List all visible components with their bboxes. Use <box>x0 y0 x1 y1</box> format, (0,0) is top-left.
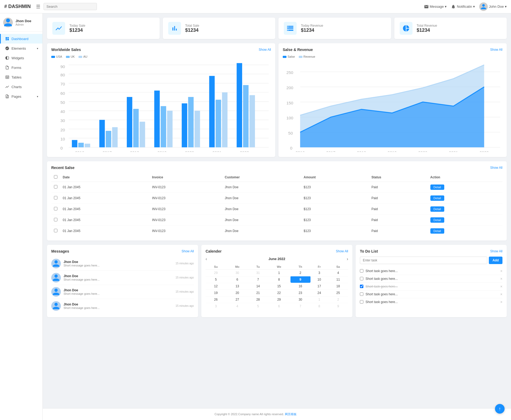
todo-show-all[interactable]: Show All <box>490 249 502 253</box>
menu-toggle[interactable]: ☰ <box>36 4 40 10</box>
notification-button[interactable]: Notificatin ▾ <box>451 4 475 9</box>
sidebar-item-charts[interactable]: Charts <box>0 82 42 92</box>
row-status: Paid <box>369 193 427 203</box>
sidebar-item-label: Charts <box>11 85 22 89</box>
todo-add-button[interactable]: Add <box>489 257 502 264</box>
row-action: Detail <box>428 182 502 193</box>
todo-delete-button[interactable]: × <box>500 277 502 281</box>
svg-text:50: 50 <box>60 100 65 105</box>
svg-rect-38 <box>195 111 200 147</box>
sidebar-item-widgets[interactable]: Widgets <box>0 53 42 63</box>
sidebar-item-forms[interactable]: Forms <box>0 63 42 72</box>
stat-label: Total Sale <box>185 24 199 28</box>
detail-button[interactable]: Detail <box>430 195 444 201</box>
user-menu[interactable]: John Doe ▾ <box>479 2 507 11</box>
svg-rect-36 <box>182 103 187 147</box>
col-status: Status <box>369 173 427 182</box>
detail-button[interactable]: Detail <box>430 228 444 234</box>
user-avatar <box>479 2 488 11</box>
cal-day-cell: 3 <box>206 303 226 309</box>
cal-day-cell[interactable]: 9 <box>290 276 310 283</box>
sales-revenue-show-all[interactable]: Show All <box>490 48 502 52</box>
calendar-show-all[interactable]: Show All <box>336 249 348 253</box>
row-status: Paid <box>369 214 427 225</box>
todo-checkbox[interactable] <box>360 277 363 280</box>
todo-title: To Do List <box>360 249 378 253</box>
sidebar-item-tables[interactable]: Tables <box>0 72 42 82</box>
row-select-checkbox[interactable] <box>54 185 57 189</box>
message-item: Jhon Doe Short message goes here... 15 m… <box>51 299 194 313</box>
todo-checkbox[interactable] <box>360 292 363 296</box>
cal-day-cell: 9 <box>328 303 348 309</box>
svg-rect-24 <box>99 120 105 147</box>
messages-list: Jhon Doe Short message goes here... 15 m… <box>51 257 194 313</box>
row-amount: $123 <box>301 193 369 203</box>
cal-week-row: 12131415161718 <box>206 283 348 289</box>
sidebar-item-pages[interactable]: Pages ▾ <box>0 92 42 101</box>
scroll-top-button[interactable]: ↑ <box>495 404 505 414</box>
todo-input[interactable] <box>360 257 487 264</box>
svg-text:2018: 2018 <box>130 150 139 152</box>
todo-delete-button[interactable]: × <box>500 292 502 296</box>
cal-day-cell: 19 <box>206 289 226 296</box>
sidebar-item-elements[interactable]: Elements ▾ <box>0 44 42 53</box>
svg-text:2022: 2022 <box>240 150 249 152</box>
todo-delete-button[interactable]: × <box>500 269 502 273</box>
row-invoice: INV-0123 <box>150 225 222 236</box>
sidebar-user: Jhon Doe Admin <box>0 13 42 32</box>
svg-text:2020: 2020 <box>185 150 194 152</box>
todo-checkbox[interactable] <box>360 300 363 304</box>
stat-value: $1234 <box>185 28 199 33</box>
search-input[interactable] <box>44 3 97 10</box>
message-item: Jhon Doe Short message goes here... 15 m… <box>51 257 194 271</box>
todo-checkbox[interactable] <box>360 285 363 288</box>
stat-value: $1234 <box>69 28 85 33</box>
select-all-checkbox[interactable] <box>54 175 57 179</box>
topnav-right: Message ▾ Notificatin ▾ John Doe ▾ <box>424 2 507 11</box>
todo-text: Short task goes here... <box>365 285 498 288</box>
message-text: Short message goes here... <box>64 264 173 267</box>
calendar-header: Calender Show All <box>206 249 348 253</box>
row-amount: $123 <box>301 182 369 193</box>
sidebar-item-dashboard[interactable]: Dashboard <box>0 34 42 44</box>
stat-value: $1234 <box>301 28 323 33</box>
svg-rect-42 <box>222 92 228 147</box>
messages-show-all[interactable]: Show All <box>182 249 194 253</box>
row-checkbox <box>51 214 60 225</box>
cal-day-cell: 30 <box>226 269 248 276</box>
cal-day-cell: 29 <box>206 269 226 276</box>
col-action: Action <box>428 173 502 182</box>
svg-rect-44 <box>237 63 242 147</box>
todo-delete-button[interactable]: × <box>500 300 502 304</box>
cal-day-cell: 2 <box>328 296 348 303</box>
cal-day-header: We <box>268 264 290 270</box>
detail-button[interactable]: Detail <box>430 206 444 212</box>
message-button[interactable]: Message ▾ <box>424 4 447 9</box>
svg-text:2022: 2022 <box>479 150 489 152</box>
footer-link[interactable]: 网页模板 <box>285 413 297 416</box>
row-customer: Jhon Doe <box>222 182 301 193</box>
detail-button[interactable]: Detail <box>430 185 444 190</box>
svg-text:2017: 2017 <box>103 150 112 152</box>
row-invoice: INV-0123 <box>150 182 222 193</box>
calendar-prev-button[interactable]: ‹ <box>206 257 207 261</box>
cal-day-cell: 2 <box>290 269 310 276</box>
svg-text:200: 200 <box>286 85 293 90</box>
todo-checkbox[interactable] <box>360 269 363 273</box>
stat-card-today-revenue: Today Revenue $1234 <box>278 18 391 39</box>
calendar-next-button[interactable]: › <box>347 257 348 261</box>
cal-day-cell: 26 <box>206 296 226 303</box>
row-select-checkbox[interactable] <box>54 229 57 232</box>
row-select-checkbox[interactable] <box>54 218 57 221</box>
row-customer: Jhon Doe <box>222 214 301 225</box>
cal-day-cell: 6 <box>226 276 248 283</box>
worldwide-sales-show-all[interactable]: Show All <box>259 48 271 52</box>
message-text: Short message goes here... <box>64 278 173 281</box>
row-select-checkbox[interactable] <box>54 196 57 199</box>
recent-sales-show-all[interactable]: Show All <box>490 166 502 170</box>
detail-button[interactable]: Detail <box>430 217 444 223</box>
todo-delete-button[interactable]: × <box>500 284 502 289</box>
row-select-checkbox[interactable] <box>54 207 57 210</box>
row-action: Detail <box>428 225 502 236</box>
cal-day-header: Sa <box>328 264 348 270</box>
